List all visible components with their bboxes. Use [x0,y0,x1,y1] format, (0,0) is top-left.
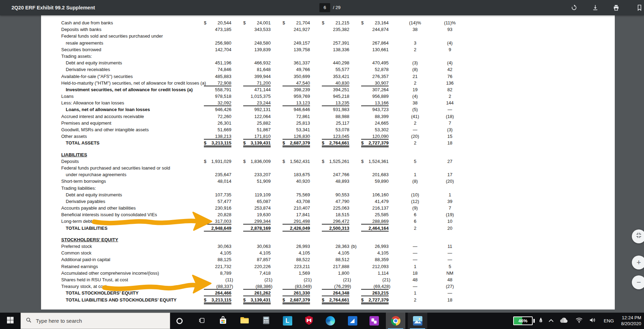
cell-value: 24,665 [375,120,389,126]
table-row: Accumulated other comprehensive income/(… [61,270,486,276]
value-cell [271,151,310,158]
row-label: Accrued interest and accounts receivable [61,113,192,120]
cell-value: 23,244 [257,100,271,105]
start-button[interactable] [3,313,17,329]
fit-page-button[interactable] [632,229,644,243]
search-input[interactable] [36,318,154,324]
volume-tray-button[interactable] [587,313,598,329]
taskbar-app-photos[interactable] [408,313,427,329]
cell-value: 2,878,169 [251,225,271,231]
pct-change-cell: (4) [403,93,427,100]
value-cell: $2,727,379 [349,297,389,303]
taskbar-app-microsoft-store[interactable] [213,313,233,329]
cell-value: 65,087 [257,198,271,205]
task-view-button[interactable] [196,313,208,329]
value-cell: 2,948,649 [192,225,231,232]
cell-value: 25,585 [375,211,389,218]
value-cell: (69,428) [349,283,389,290]
taskbar-app-file-explorer[interactable] [235,313,254,329]
value-cell [271,185,310,191]
print-button[interactable] [611,2,621,13]
pct-change-cell: 10 [438,218,462,225]
row-label: Other assets [61,133,192,140]
row-label: resale agreements [61,40,192,46]
value-cell [192,165,231,171]
value-cell: 88,512 [310,256,349,263]
value-cell: 88,399 [349,113,389,120]
row-label: Loans [61,93,192,100]
pct-change-cell: — [403,283,427,290]
page-number-input[interactable]: 6 [319,3,330,12]
battery-indicator[interactable]: 46% [513,316,533,325]
table-row: TOTAL LIABILITIES2,948,6492,878,1692,426… [61,225,486,232]
value-cell: 106,160 [349,191,389,198]
chrome-icon [391,316,400,326]
dollar-sign: $ [283,19,285,26]
row-label: Accounts payable and other liabilities [61,205,192,211]
onedrive-tray-button[interactable] [558,313,570,329]
cell-value: (88,337) [216,283,233,289]
pct-change-cell: — [438,290,462,296]
taskbar-app-snip[interactable] [343,313,362,329]
cell-value: 88,399 [375,113,389,120]
value-cell: 32,092 [192,100,231,106]
pct-change-cell [403,53,427,60]
cell-value: 81,648 [257,66,271,73]
taskbar-app-purple[interactable] [364,313,384,329]
value-cell: (88,386) [231,283,271,290]
rotate-button[interactable] [569,2,579,13]
pct-change-cell: 38 [403,26,427,33]
download-button[interactable] [590,2,601,13]
table-row: Deposits with banks473,185343,533241,927… [61,26,486,33]
pct-change-cell: (3) [438,126,462,133]
value-cell [192,33,231,39]
zoom-out-button[interactable]: − [632,275,644,289]
pct-change-cell: 1 [403,263,427,270]
taskbar-app-calculator[interactable] [256,313,276,329]
cortana-button[interactable] [173,313,186,329]
cell-value: 945,218 [333,93,349,100]
cell-value: 72,861 [296,113,310,120]
taskbar-clock[interactable]: 12:24 PM 8/20/2020 [603,315,641,327]
taskbar-app-mcafee[interactable] [299,313,319,329]
cell-value: 13,166 [375,100,389,105]
row-label: Available-for-sale ("AFS") securities [61,73,192,80]
zoom-in-button[interactable]: + [632,256,644,269]
taskbar-app-chrome[interactable] [386,313,405,329]
value-cell: 48,893 [310,178,349,185]
pct-change-cell: 2 [403,140,427,146]
pct-change-cell: (19) [438,211,462,218]
value-cell [271,33,310,39]
taskbar-app-edge[interactable] [320,313,340,329]
pdf-viewer[interactable]: Cash and due from banks$20,544$24,001$21… [0,15,644,313]
cell-value: 978,518 [215,93,231,100]
value-cell [349,165,389,171]
pct-change-cell: 19 [403,86,427,93]
value-cell: 4,105 [310,250,349,256]
value-cell: 40,920 [271,178,310,185]
value-cell: 119,109 [231,191,271,198]
value-cell [349,185,389,191]
value-cell: 26,301 [192,120,231,126]
value-cell: 263,215 [349,290,389,296]
cell-value: 48,893 [335,178,349,185]
zoom-in-icon: + [637,256,641,269]
cell-value: 20,828 [217,211,231,218]
value-cell [231,53,271,60]
bookmark-button[interactable] [634,2,644,13]
taskbar-search[interactable] [21,313,170,329]
cell-value: (21) [264,276,272,283]
table-row: Derivative receivables74,84681,64849,766… [61,66,486,73]
value-cell: 398,239 [271,86,310,93]
value-cell: 48,014 [192,178,231,185]
cell-value: 261,262 [254,290,271,296]
pen-tray-button[interactable] [536,313,546,329]
wifi-tray-button[interactable] [573,313,585,329]
cell-value: 2,764,661 [329,297,349,303]
footnote-marker: (b) [351,243,357,250]
cell-value: 221,732 [215,263,231,270]
pct-change-cell: (11)% [438,19,462,26]
value-cell: 122,064 [231,113,271,120]
taskbar-app-l-app[interactable]: L [278,313,297,329]
tray-overflow-button[interactable] [546,313,556,329]
